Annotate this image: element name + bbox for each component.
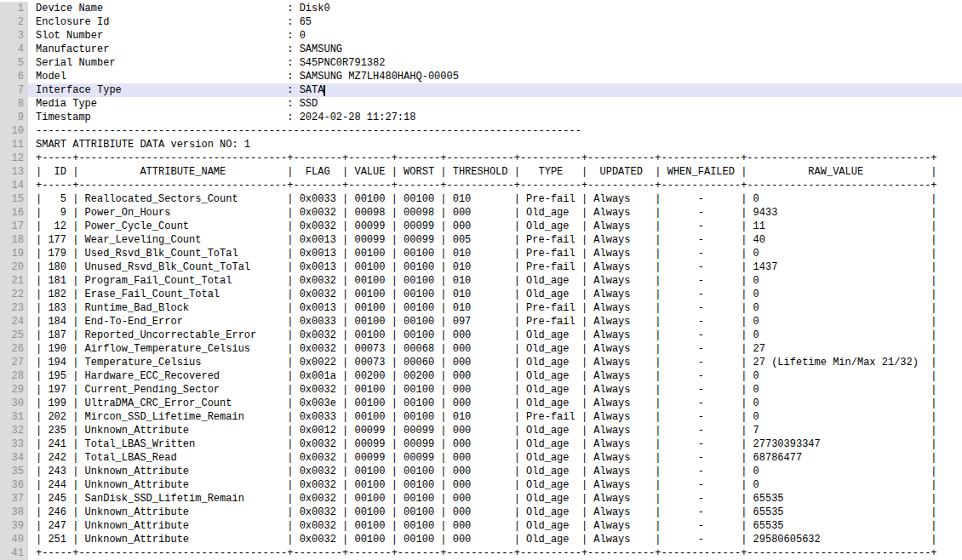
line-number: 26	[0, 342, 28, 356]
editor-line-text[interactable]: | 5 | Reallocated_Sectors_Count | 0x0033…	[28, 192, 962, 206]
line-number: 23	[0, 301, 28, 315]
editor-line-text[interactable]: | 184 | End-To-End_Error | 0x0033 | 0010…	[28, 315, 962, 329]
editor-line-text[interactable]: | 195 | Hardware_ECC_Recovered | 0x001a …	[28, 369, 962, 383]
line-number: 41	[0, 546, 28, 560]
line-number: 32	[0, 424, 28, 437]
editor-line-text[interactable]: +-----+---------------------------------…	[28, 546, 962, 560]
editor-line: 10--------------------------------------…	[0, 124, 962, 138]
line-number: 1	[0, 2, 28, 15]
editor-line: 28| 195 | Hardware_ECC_Recovered | 0x001…	[0, 369, 962, 383]
editor-line-text[interactable]: | ID | ATTRIBUTE_NAME | FLAG | VALUE | W…	[28, 165, 962, 179]
editor-line-text[interactable]: Serial Number : S45PNC0R791382	[28, 56, 962, 70]
line-number: 10	[0, 124, 28, 138]
editor-line-text[interactable]: SMART ATTRIBIUTE DATA version NO: 1	[28, 138, 962, 151]
editor-line-text[interactable]: | 187 | Reported_Uncorrectable_Error | 0…	[28, 329, 962, 342]
editor-line: 1Device Name : Disk0	[0, 2, 962, 15]
line-number: 19	[0, 247, 28, 260]
editor-line: 13| ID | ATTRIBUTE_NAME | FLAG | VALUE |…	[0, 165, 962, 179]
editor-line: 3Slot Number : 0	[0, 29, 962, 43]
editor-line-text[interactable]: | 177 | Wear_Leveling_Count | 0x0013 | 0…	[28, 233, 962, 247]
editor-line-text[interactable]: | 245 | SanDisk_SSD_Lifetim_Remain | 0x0…	[28, 492, 962, 506]
line-number: 35	[0, 465, 28, 478]
line-number: 17	[0, 220, 28, 233]
line-number: 39	[0, 519, 28, 533]
line-number: 13	[0, 165, 28, 179]
editor-line-text[interactable]: | 9 | Power_On_Hours | 0x0032 | 00098 | …	[28, 206, 962, 220]
editor-line: 25| 187 | Reported_Uncorrectable_Error |…	[0, 329, 962, 342]
editor-line: 33| 241 | Total_LBAS_Written | 0x0032 | …	[0, 437, 962, 451]
editor-line: 15| 5 | Reallocated_Sectors_Count | 0x00…	[0, 192, 962, 206]
editor-line-text[interactable]: Media Type : SSD	[28, 97, 962, 111]
editor-line: 26| 190 | Airflow_Temperature_Celsius | …	[0, 342, 962, 356]
line-number: 25	[0, 329, 28, 342]
editor-line-text[interactable]: Model : SAMSUNG MZ7LH480HAHQ-00005	[28, 70, 962, 83]
editor-line-text[interactable]: +-----+---------------------------------…	[28, 179, 962, 192]
editor-line-text[interactable]: Manufacturer : SAMSUNG	[28, 43, 962, 56]
editor-line-text[interactable]: | 12 | Power_Cycle_Count | 0x0032 | 0009…	[28, 220, 962, 233]
editor-line-text[interactable]: | 182 | Erase_Fail_Count_Total | 0x0032 …	[28, 288, 962, 301]
editor-line-text[interactable]: Interface Type : SATA	[28, 83, 962, 97]
text-editor[interactable]: 1Device Name : Disk02Enclosure Id : 653S…	[0, 0, 962, 560]
line-number: 24	[0, 315, 28, 329]
editor-line-text[interactable]: | 202 | Mircon_SSD_Lifetime_Remain | 0x0…	[28, 410, 962, 424]
editor-line-text[interactable]: ----------------------------------------…	[28, 124, 962, 138]
editor-line-text[interactable]: | 181 | Program_Fail_Count_Total | 0x003…	[28, 274, 962, 288]
editor-line-text[interactable]: Device Name : Disk0	[28, 2, 962, 15]
editor-line-text[interactable]: Slot Number : 0	[28, 29, 962, 43]
editor-line: 6Model : SAMSUNG MZ7LH480HAHQ-00005	[0, 70, 962, 83]
line-number: 22	[0, 288, 28, 301]
editor-line: 37| 245 | SanDisk_SSD_Lifetim_Remain | 0…	[0, 492, 962, 506]
line-number: 27	[0, 356, 28, 369]
line-number: 18	[0, 233, 28, 247]
line-number: 20	[0, 260, 28, 274]
editor-line-text[interactable]: | 246 | Unknown_Attribute | 0x0032 | 001…	[28, 506, 962, 519]
editor-line: 20| 180 | Unused_Rsvd_Blk_Count_ToTal | …	[0, 260, 962, 274]
line-number: 28	[0, 369, 28, 383]
line-number: 3	[0, 29, 28, 43]
editor-line-text[interactable]: | 243 | Unknown_Attribute | 0x0032 | 001…	[28, 465, 962, 478]
line-number: 16	[0, 206, 28, 220]
editor-line-text[interactable]: | 244 | Unknown_Attribute | 0x0032 | 001…	[28, 478, 962, 492]
line-number: 8	[0, 97, 28, 111]
editor-line-text[interactable]: | 251 | Unknown_Attribute | 0x0032 | 001…	[28, 533, 962, 546]
editor-line-text[interactable]: +-----+---------------------------------…	[28, 151, 962, 165]
editor-line-text[interactable]: Enclosure Id : 65	[28, 15, 962, 29]
editor-line: 35| 243 | Unknown_Attribute | 0x0032 | 0…	[0, 465, 962, 478]
line-number: 5	[0, 56, 28, 70]
editor-line-text[interactable]: | 190 | Airflow_Temperature_Celsius | 0x…	[28, 342, 962, 356]
editor-line-text[interactable]: | 247 | Unknown_Attribute | 0x0032 | 001…	[28, 519, 962, 533]
editor-line-text[interactable]: | 183 | Runtime_Bad_Block | 0x0013 | 001…	[28, 301, 962, 315]
editor-line: 24| 184 | End-To-End_Error | 0x0033 | 00…	[0, 315, 962, 329]
editor-line: 8Media Type : SSD	[0, 97, 962, 111]
editor-line-text[interactable]: | 180 | Unused_Rsvd_Blk_Count_ToTal | 0x…	[28, 260, 962, 274]
editor-line: 17| 12 | Power_Cycle_Count | 0x0032 | 00…	[0, 220, 962, 233]
line-number: 34	[0, 451, 28, 465]
editor-line: 16| 9 | Power_On_Hours | 0x0032 | 00098 …	[0, 206, 962, 220]
line-number: 2	[0, 15, 28, 29]
editor-line: 19| 179 | Used_Rsvd_Blk_Count_ToTal | 0x…	[0, 247, 962, 260]
editor-line-text[interactable]: | 197 | Current_Pending_Sector | 0x0032 …	[28, 383, 962, 397]
editor-line: 32| 235 | Unknown_Attribute | 0x0012 | 0…	[0, 424, 962, 437]
editor-line-text[interactable]: | 235 | Unknown_Attribute | 0x0012 | 000…	[28, 424, 962, 437]
editor-line: 4Manufacturer : SAMSUNG	[0, 43, 962, 56]
line-number: 40	[0, 533, 28, 546]
editor-line: 27| 194 | Temperature_Celsius | 0x0022 |…	[0, 356, 962, 369]
editor-line-text[interactable]: | 242 | Total_LBAS_Read | 0x0032 | 00099…	[28, 451, 962, 465]
editor-line-text[interactable]: | 194 | Temperature_Celsius | 0x0022 | 0…	[28, 356, 962, 369]
line-number: 4	[0, 43, 28, 56]
editor-line: 29| 197 | Current_Pending_Sector | 0x003…	[0, 383, 962, 397]
editor-line: 5Serial Number : S45PNC0R791382	[0, 56, 962, 70]
line-number: 36	[0, 478, 28, 492]
editor-line: 18| 177 | Wear_Leveling_Count | 0x0013 |…	[0, 233, 962, 247]
line-number: 31	[0, 410, 28, 424]
editor-line-text[interactable]: Timestamp : 2024-02-28 11:27:18	[28, 111, 962, 124]
editor-line-text[interactable]: | 241 | Total_LBAS_Written | 0x0032 | 00…	[28, 437, 962, 451]
editor-line: 23| 183 | Runtime_Bad_Block | 0x0013 | 0…	[0, 301, 962, 315]
line-number: 7	[0, 83, 28, 97]
text-cursor	[324, 85, 325, 96]
editor-line: 40| 251 | Unknown_Attribute | 0x0032 | 0…	[0, 533, 962, 546]
editor-line-text[interactable]: | 179 | Used_Rsvd_Blk_Count_ToTal | 0x00…	[28, 247, 962, 260]
editor-line: 30| 199 | UltraDMA_CRC_Error_Count | 0x0…	[0, 397, 962, 410]
editor-line-text[interactable]: | 199 | UltraDMA_CRC_Error_Count | 0x003…	[28, 397, 962, 410]
editor-line: 22| 182 | Erase_Fail_Count_Total | 0x003…	[0, 288, 962, 301]
